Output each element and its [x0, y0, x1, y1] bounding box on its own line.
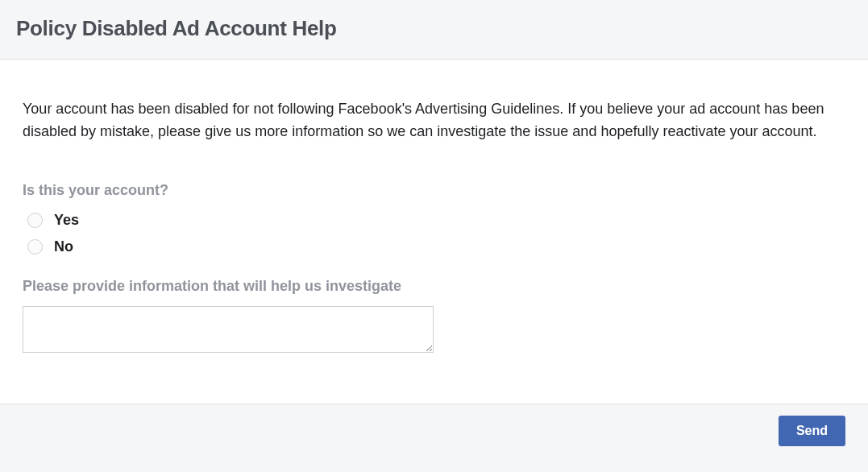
radio-option-no: No [23, 238, 845, 255]
description-text: Your account has been disabled for not f… [23, 98, 845, 143]
radio-no-label[interactable]: No [54, 238, 73, 255]
page-header: Policy Disabled Ad Account Help [0, 0, 868, 60]
send-button[interactable]: Send [779, 416, 845, 446]
account-radio-group: Yes No [23, 212, 845, 255]
info-textarea[interactable] [23, 306, 434, 353]
form-content: Your account has been disabled for not f… [0, 60, 868, 404]
radio-option-yes: Yes [23, 212, 845, 229]
account-question-label: Is this your account? [23, 182, 845, 199]
info-textarea-label: Please provide information that will hel… [23, 278, 845, 295]
page-footer: Send [0, 404, 868, 458]
radio-yes[interactable] [27, 213, 43, 228]
radio-no[interactable] [27, 239, 43, 255]
radio-yes-label[interactable]: Yes [54, 212, 79, 229]
page-title: Policy Disabled Ad Account Help [16, 16, 852, 41]
